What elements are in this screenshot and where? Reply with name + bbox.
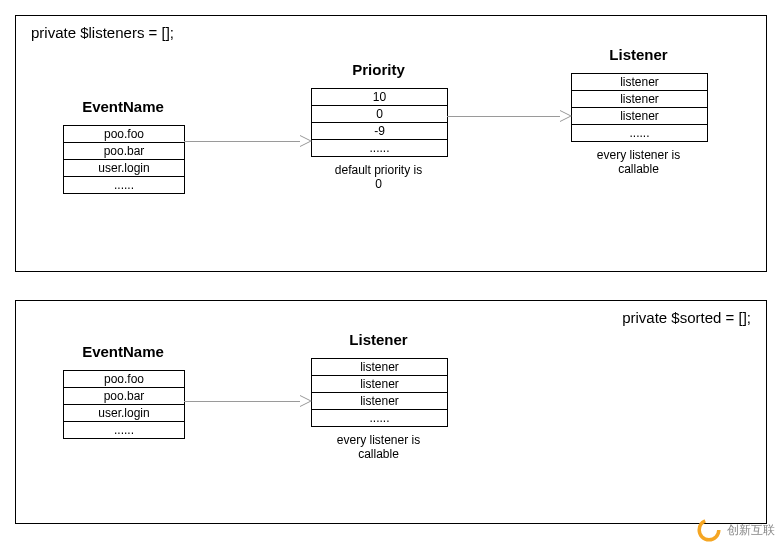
listener-note-2-line1: every listener is	[337, 433, 420, 447]
priority-block: Priority 10 0 -9 ...... default priority…	[311, 61, 446, 191]
table-row: 10	[312, 89, 447, 106]
panel-sorted: private $sorted = []; EventName poo.foo …	[15, 300, 767, 524]
panel-sorted-title: private $sorted = [];	[622, 309, 751, 326]
listener-note-1-line1: every listener is	[597, 148, 680, 162]
listener-heading-2: Listener	[311, 331, 446, 348]
logo-icon	[695, 516, 723, 544]
priority-table: 10 0 -9 ......	[311, 88, 448, 157]
table-row: ......	[64, 177, 184, 194]
event-name-table-1: poo.foo poo.bar user.login ......	[63, 125, 185, 194]
arrow-head-icon	[560, 110, 572, 122]
diagram-canvas: { "panel1": { "title": "private $listene…	[0, 0, 781, 548]
priority-heading: Priority	[311, 61, 446, 78]
table-row: ......	[572, 125, 707, 142]
arrow-event-to-priority	[184, 141, 300, 142]
watermark: 创新互联	[695, 516, 775, 544]
listener-block-2: Listener listener listener listener ....…	[311, 331, 446, 461]
arrow-event-to-listener	[184, 401, 300, 402]
table-row: -9	[312, 123, 447, 140]
arrow-head-icon	[300, 395, 312, 407]
table-row: user.login	[64, 160, 184, 177]
table-row: poo.bar	[64, 388, 184, 405]
table-row: listener	[312, 393, 447, 410]
priority-note: default priority is 0	[311, 163, 446, 191]
table-row: ......	[64, 422, 184, 439]
listener-table-2: listener listener listener ......	[311, 358, 448, 427]
arrow-priority-to-listener	[447, 116, 560, 117]
table-row: poo.foo	[64, 126, 184, 143]
table-row: listener	[312, 359, 447, 376]
watermark-text: 创新互联	[727, 522, 775, 539]
event-name-heading-1: EventName	[63, 98, 183, 115]
svg-point-0	[699, 520, 719, 540]
table-row: listener	[572, 108, 707, 125]
table-row: ......	[312, 140, 447, 157]
listener-note-2: every listener is callable	[311, 433, 446, 461]
table-row: listener	[572, 91, 707, 108]
listener-table-1: listener listener listener ......	[571, 73, 708, 142]
listener-heading-1: Listener	[571, 46, 706, 63]
table-row: poo.foo	[64, 371, 184, 388]
table-row: poo.bar	[64, 143, 184, 160]
listener-note-2-line2: callable	[358, 447, 399, 461]
listener-note-1-line2: callable	[618, 162, 659, 176]
panel-listeners-title: private $listeners = [];	[31, 24, 174, 41]
event-name-block-1: EventName poo.foo poo.bar user.login ...…	[63, 98, 183, 194]
table-row: listener	[572, 74, 707, 91]
table-row: 0	[312, 106, 447, 123]
priority-note-line2: 0	[375, 177, 382, 191]
event-name-heading-2: EventName	[63, 343, 183, 360]
event-name-block-2: EventName poo.foo poo.bar user.login ...…	[63, 343, 183, 439]
table-row: ......	[312, 410, 447, 427]
event-name-table-2: poo.foo poo.bar user.login ......	[63, 370, 185, 439]
priority-note-line1: default priority is	[335, 163, 422, 177]
table-row: user.login	[64, 405, 184, 422]
panel-listeners: private $listeners = []; EventName poo.f…	[15, 15, 767, 272]
listener-note-1: every listener is callable	[571, 148, 706, 176]
listener-block-1: Listener listener listener listener ....…	[571, 46, 706, 176]
table-row: listener	[312, 376, 447, 393]
arrow-head-icon	[300, 135, 312, 147]
